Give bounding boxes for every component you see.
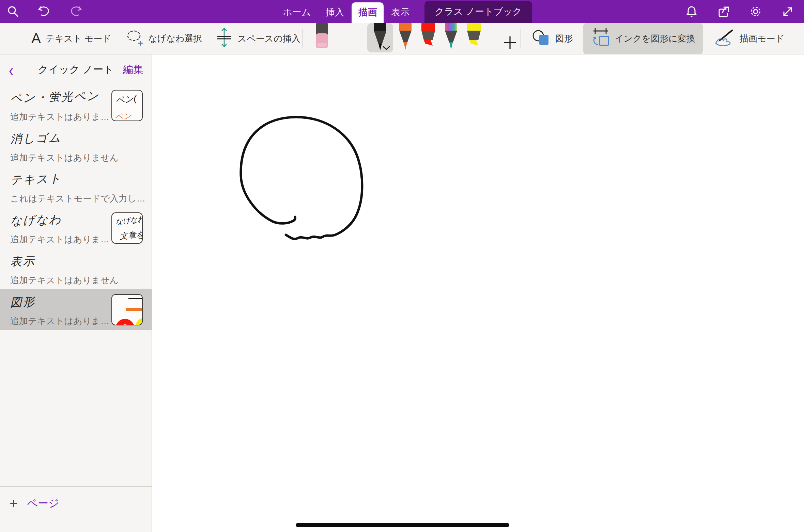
page-thumbnail [111,294,143,325]
text-mode-icon: A [31,31,41,46]
tab-home[interactable]: ホーム [275,2,318,23]
ribbon-tabs: ホーム 挿入 描画 表示 クラス ノートブック [275,0,532,23]
page-thumbnail: ペン( ペン [111,90,143,121]
expand-icon[interactable] [781,5,794,18]
draw-mode-button[interactable]: 描画モード [713,28,784,49]
ribbon-divider [521,29,521,48]
thumb-ink-black: なげなわ [115,214,142,227]
page-subtitle: 追加テキストはありません [10,274,152,286]
page-title: 図形 [10,294,35,310]
shapes-icon [531,29,551,48]
page-item-lasso[interactable]: なげなわ 追加テキストはありま… なげなわ 文章を [0,208,152,248]
ink-to-shape-button[interactable]: インクを図形に変換 [583,23,703,54]
ink-layer [152,54,804,532]
topbar-left-icons [6,0,82,23]
redo-icon[interactable] [69,5,82,18]
thumb-ink-orange: ペン [114,110,142,121]
tab-class-notebook[interactable]: クラス ノートブック [424,1,532,23]
text-mode-label: テキスト モード [46,33,111,45]
page-item-shapes-selected[interactable]: 図形 追加テキストはありま… [0,289,152,330]
edit-button[interactable]: 編集 [123,63,143,77]
sidebar-footer: + ページ [0,486,152,532]
top-app-bar: ホーム 挿入 描画 表示 クラス ノートブック [0,0,804,23]
page-title: テキスト [10,171,62,188]
lasso-label: なげなわ選択 [148,33,202,45]
ribbon-left-tools: A テキスト モード なげなわ選択 スペースの挿入 [31,23,300,54]
page-list: ペン・蛍光ペン 追加テキストはありま… ペン( ペン 消しゴム 追加テキストはあ… [0,85,152,330]
add-page-button[interactable]: + ページ [10,496,152,511]
page-item-text[interactable]: テキスト これはテキストモードで入力し… [0,167,152,208]
highlighter-yellow[interactable] [466,23,482,52]
insert-space-button[interactable]: スペースの挿入 [216,28,300,50]
pen-tray [314,23,517,52]
page-list-sidebar: ‹ クイック ノート 編集 ペン・蛍光ペン 追加テキストはありま… ペン( ペン… [0,54,152,532]
ribbon-right-tools: 図形 インクを図形に変換 描画モード [521,23,784,54]
sidebar-header: ‹ クイック ノート 編集 [0,54,152,85]
pen-black-selected[interactable] [367,23,393,52]
tab-draw[interactable]: 描画 [352,2,384,23]
add-pen-button[interactable] [503,35,517,51]
highlighter-red[interactable] [420,23,436,52]
add-page-label: ページ [27,496,59,511]
draw-mode-icon [713,28,735,49]
page-subtitle: これはテキストモードで入力し… [10,193,152,205]
text-mode-button[interactable]: A テキスト モード [31,31,111,46]
drawing-canvas[interactable] [152,54,804,532]
eraser-tool[interactable] [314,23,330,52]
page-title: ペン・蛍光ペン [10,88,99,106]
pen-orange[interactable] [398,23,413,52]
page-title: 表示 [10,253,35,270]
home-indicator[interactable] [296,523,509,527]
onenote-app: ホーム 挿入 描画 表示 クラス ノートブック A テキスト [0,0,804,532]
draw-mode-label: 描画モード [740,33,784,45]
page-title: 消しゴム [10,130,62,147]
page-item-view[interactable]: 表示 追加テキストはありません [0,248,152,289]
share-icon[interactable] [717,5,730,18]
page-title: なげなわ [10,212,62,229]
page-item-eraser[interactable]: 消しゴム 追加テキストはありません [0,126,152,167]
thumb-ink-black: ペン( [115,92,142,107]
undo-icon[interactable] [37,5,51,18]
ink-to-shape-icon [591,28,610,50]
tab-insert[interactable]: 挿入 [318,2,352,23]
shapes-button[interactable]: 図形 [531,29,573,48]
insert-space-label: スペースの挿入 [237,33,300,45]
insert-space-icon [216,28,233,50]
ribbon-divider [303,29,303,48]
page-thumbnail: なげなわ 文章を [111,212,143,244]
plus-icon [503,35,517,50]
page-item-pen[interactable]: ペン・蛍光ペン 追加テキストはありま… ペン( ペン [0,85,152,126]
draw-ribbon: A テキスト モード なげなわ選択 スペースの挿入 [0,23,804,54]
gear-icon[interactable] [749,5,762,18]
bell-icon[interactable] [685,5,698,18]
pen-options-chevron-icon[interactable] [382,46,390,50]
shapes-label: 図形 [555,33,573,45]
lasso-select-button[interactable]: なげなわ選択 [125,28,202,49]
topbar-right-icons [685,0,794,23]
lasso-icon [125,28,143,49]
page-subtitle: 追加テキストはありません [10,152,152,164]
ink-to-shape-label: インクを図形に変換 [615,33,695,45]
tab-view[interactable]: 表示 [384,2,417,23]
ink-stroke-circle [241,117,362,239]
thumb-ink-black: 文章を [119,229,142,242]
pen-rainbow[interactable] [444,23,459,52]
search-icon[interactable] [6,5,20,18]
plus-icon: + [10,497,17,510]
